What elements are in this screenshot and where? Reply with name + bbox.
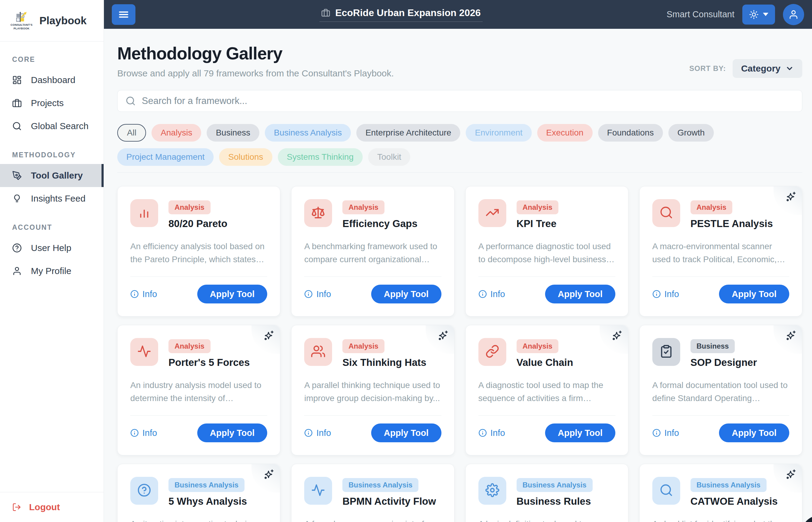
filter-chip-solutions[interactable]: Solutions — [219, 148, 272, 166]
apply-tool-button[interactable]: Apply Tool — [719, 285, 789, 303]
info-label: Info — [316, 289, 331, 299]
info-link[interactable]: Info — [652, 428, 679, 438]
pen-tool-icon — [12, 170, 22, 180]
framework-grid: Analysis 80/20 Pareto An efficiency anal… — [117, 186, 802, 522]
sidebar-section: METHODOLOGY Tool Gallery Insights Feed — [0, 151, 104, 210]
activity-icon — [311, 483, 325, 497]
framework-title: Efficiency Gaps — [342, 218, 417, 229]
filter-chip-foundations[interactable]: Foundations — [598, 124, 663, 142]
info-link[interactable]: Info — [304, 428, 331, 438]
sidebar-item-insights-feed[interactable]: Insights Feed — [0, 187, 104, 210]
info-link[interactable]: Info — [478, 428, 505, 438]
info-icon — [652, 429, 661, 437]
filter-chip-enterprise-architecture[interactable]: Enterprise Architecture — [356, 124, 460, 142]
framework-title: Value Chain — [517, 357, 573, 368]
sidebar: CONSULTANT'S PLAYBOOK Playbook CORE Dash… — [0, 0, 104, 522]
sidebar-item-tool-gallery[interactable]: Tool Gallery — [0, 164, 104, 187]
ai-sparkle-icon — [785, 330, 796, 342]
framework-card-bpmn-activity-flow: Business Analysis BPMN Activity Flow A f… — [291, 464, 454, 522]
sort-by-label: SORT BY: — [689, 64, 726, 73]
apply-tool-button[interactable]: Apply Tool — [545, 285, 616, 303]
card-footer: Info Apply Tool — [652, 415, 789, 442]
info-label: Info — [142, 428, 157, 438]
category-badge: Analysis — [517, 200, 559, 214]
framework-title: Business Rules — [517, 496, 592, 507]
users-icon — [311, 344, 325, 358]
info-link[interactable]: Info — [652, 289, 679, 299]
filter-chip-growth[interactable]: Growth — [668, 124, 714, 142]
info-link[interactable]: Info — [130, 289, 157, 299]
info-icon — [478, 429, 487, 437]
search-icon — [659, 483, 673, 497]
logout-button[interactable]: Logout — [12, 502, 91, 512]
topbar: EcoRide Urban Expansion 2026 Smart Consu… — [104, 0, 812, 29]
card-footer: Info Apply Tool — [130, 415, 267, 442]
info-label: Info — [142, 289, 157, 299]
sidebar-item-label: Dashboard — [31, 75, 76, 85]
apply-tool-button[interactable]: Apply Tool — [197, 285, 268, 303]
info-icon — [130, 429, 139, 437]
sidebar-item-projects[interactable]: Projects — [0, 92, 104, 115]
framework-search — [117, 90, 802, 112]
apply-tool-button[interactable]: Apply Tool — [545, 423, 616, 442]
filter-chip-label: All — [127, 128, 136, 138]
ai-sparkle-icon — [611, 330, 623, 342]
sidebar-item-dashboard[interactable]: Dashboard — [0, 68, 104, 92]
help-circle-icon — [12, 243, 22, 253]
category-badge: Business Analysis — [690, 478, 767, 492]
persona-label: Smart Consultant — [667, 9, 734, 19]
lightbulb-icon — [12, 194, 22, 203]
filter-chip-toolkit[interactable]: Toolkit — [368, 148, 410, 166]
framework-card-catwoe-analysis: Business Analysis CATWOE Analysis A chec… — [639, 464, 802, 522]
framework-description: A logic-definition tool used to external… — [478, 518, 616, 522]
framework-description: A formal documentation tool used to defi… — [652, 379, 789, 405]
filter-chip-label: Business Analysis — [274, 128, 342, 138]
filter-chip-label: Toolkit — [377, 152, 401, 162]
filter-chip-systems-thinking[interactable]: Systems Thinking — [278, 148, 363, 166]
filter-chip-execution[interactable]: Execution — [537, 124, 592, 142]
filter-chip-environment[interactable]: Environment — [466, 124, 532, 142]
apply-tool-button[interactable]: Apply Tool — [371, 285, 441, 303]
apply-tool-button[interactable]: Apply Tool — [371, 423, 441, 442]
framework-card-pestle-analysis: Analysis PESTLE Analysis A macro-environ… — [639, 186, 802, 317]
framework-description: An industry analysis model used to deter… — [130, 379, 267, 405]
apply-tool-button[interactable]: Apply Tool — [197, 423, 268, 442]
category-badge: Analysis — [517, 339, 559, 353]
info-link[interactable]: Info — [304, 289, 331, 299]
active-project-link[interactable]: EcoRide Urban Expansion 2026 — [319, 7, 482, 22]
filter-chip-all[interactable]: All — [117, 124, 146, 142]
settings-icon — [485, 483, 499, 497]
filter-chip-business-analysis[interactable]: Business Analysis — [265, 124, 351, 142]
search-input[interactable] — [141, 95, 794, 107]
sidebar-section-label: ACCOUNT — [0, 223, 104, 232]
sidebar-item-label: User Help — [31, 243, 71, 253]
framework-icon-tile — [652, 199, 680, 227]
sort-select[interactable]: Category — [733, 59, 802, 78]
sidebar-item-user-help[interactable]: User Help — [0, 237, 104, 260]
info-label: Info — [491, 289, 505, 299]
logout-label: Logout — [29, 502, 60, 512]
filter-chip-business[interactable]: Business — [207, 124, 259, 142]
sidebar-item-my-profile[interactable]: My Profile — [0, 260, 104, 282]
theme-toggle-button[interactable] — [742, 4, 775, 24]
filter-chip-analysis[interactable]: Analysis — [151, 124, 201, 142]
info-link[interactable]: Info — [478, 289, 505, 299]
user-avatar-button[interactable] — [783, 4, 804, 25]
framework-card-5-whys-analysis: Business Analysis 5 Whys Analysis An ite… — [117, 464, 280, 522]
card-footer: Info Apply Tool — [304, 277, 441, 303]
apply-tool-button[interactable]: Apply Tool — [719, 423, 789, 442]
main-area: EcoRide Urban Expansion 2026 Smart Consu… — [104, 0, 812, 522]
framework-icon-tile — [130, 338, 158, 366]
briefcase-icon — [12, 98, 22, 108]
framework-title: SOP Designer — [690, 357, 757, 368]
framework-icon-tile — [304, 477, 332, 505]
menu-toggle-button[interactable] — [112, 4, 136, 25]
user-icon — [788, 9, 799, 20]
info-link[interactable]: Info — [130, 428, 157, 438]
sidebar-item-label: Projects — [31, 98, 64, 108]
framework-description: A checklist for identifying what the bus… — [652, 518, 789, 522]
sidebar-item-global-search[interactable]: Global Search — [0, 115, 104, 138]
filter-chip-project-management[interactable]: Project Management — [117, 148, 214, 166]
framework-icon-tile — [304, 338, 332, 366]
search-icon — [125, 96, 136, 106]
